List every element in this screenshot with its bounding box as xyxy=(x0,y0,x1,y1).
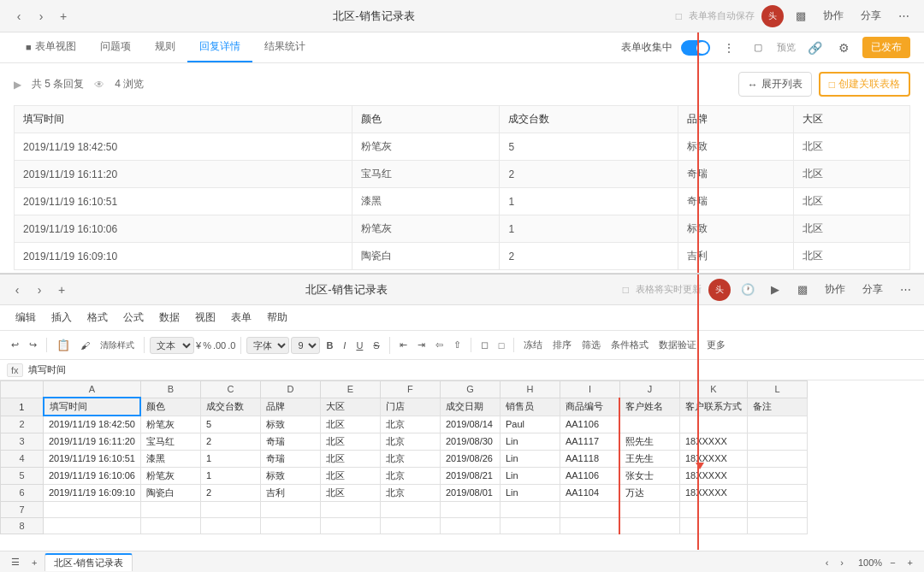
sheet-collab-button[interactable]: 协作 xyxy=(820,280,850,298)
cell-r2-c8[interactable]: Paul xyxy=(500,416,560,433)
formula-input[interactable] xyxy=(28,365,917,375)
settings-btn[interactable]: ⚙ xyxy=(833,38,854,58)
cell-r8-c9[interactable] xyxy=(560,517,619,534)
back-button[interactable]: ‹ xyxy=(10,8,27,25)
border-btn[interactable]: □ xyxy=(495,339,509,352)
cell-r4-c6[interactable]: 北京 xyxy=(380,450,440,467)
tab-result-stats[interactable]: 结果统计 xyxy=(252,32,317,62)
cell-r2-c12[interactable] xyxy=(747,416,807,433)
cell-r6-c1[interactable]: 2019/11/19 16:09:10 xyxy=(44,484,141,501)
align-center-btn[interactable]: ⇥ xyxy=(413,338,429,352)
text-format-select[interactable]: 文本 xyxy=(150,337,194,354)
sheet-history-btn[interactable]: 🕐 xyxy=(737,280,758,300)
format-painter-button[interactable]: 🖌 xyxy=(76,339,94,352)
cell-r7-c10[interactable] xyxy=(619,501,679,517)
bold-button[interactable]: B xyxy=(322,339,337,352)
cell-r2-c1[interactable]: 2019/11/19 18:42:50 xyxy=(44,416,141,433)
cell-r4-c2[interactable]: 漆黑 xyxy=(140,450,200,467)
cell-r1-c11[interactable]: 客户联系方式 xyxy=(679,398,747,416)
cell-r4-c7[interactable]: 2019/08/26 xyxy=(440,450,500,467)
cell-r1-c1[interactable]: 填写时间 xyxy=(44,398,141,416)
cell-r6-c2[interactable]: 陶瓷白 xyxy=(140,484,200,501)
more-button[interactable]: ⋯ xyxy=(893,6,914,27)
focus-toggle[interactable] xyxy=(681,40,710,56)
cell-r7-c8[interactable] xyxy=(500,501,560,517)
cell-r3-c7[interactable]: 2019/08/30 xyxy=(440,433,500,450)
cell-r5-c4[interactable]: 标致 xyxy=(260,467,320,484)
menu-insert[interactable]: 插入 xyxy=(44,308,79,327)
cell-r8-c12[interactable] xyxy=(747,517,807,534)
font-select[interactable]: 字体 xyxy=(246,337,289,354)
sheet-share-button[interactable]: 分享 xyxy=(857,280,888,298)
cell-r3-c4[interactable]: 奇瑞 xyxy=(260,433,320,450)
menu-view[interactable]: 视图 xyxy=(188,308,222,327)
menu-formula[interactable]: 公式 xyxy=(116,308,151,327)
redo-button[interactable]: ↪ xyxy=(25,338,41,352)
cell-r3-c10[interactable]: 熙先生 xyxy=(619,433,679,450)
cell-r1-c9[interactable]: 商品编号 xyxy=(560,398,619,416)
cell-r1-c3[interactable]: 成交台数 xyxy=(200,398,260,416)
cell-r6-c12[interactable] xyxy=(747,484,807,501)
menu-edit[interactable]: 编辑 xyxy=(9,308,43,327)
cell-r2-c7[interactable]: 2019/08/14 xyxy=(440,416,500,433)
cell-r2-c10[interactable] xyxy=(619,416,679,433)
cell-r7-c3[interactable] xyxy=(200,501,260,517)
spreadsheet-area[interactable]: ABCDEFGHIJKL1填写时间颜色成交台数品牌大区门店成交日期销售员商品编号… xyxy=(0,380,924,551)
cell-r1-c10[interactable]: 客户姓名 xyxy=(619,398,679,416)
strikethrough-button[interactable]: S xyxy=(369,339,383,352)
cell-r3-c2[interactable]: 宝马红 xyxy=(140,433,200,450)
cell-r6-c8[interactable]: Lin xyxy=(500,484,560,501)
cell-r7-c11[interactable] xyxy=(679,501,747,517)
cell-r2-c5[interactable]: 北区 xyxy=(320,416,380,433)
sheet-list-button[interactable]: ☰ xyxy=(7,555,24,569)
align-left-btn[interactable]: ⇤ xyxy=(395,338,412,352)
collab-button[interactable]: 协作 xyxy=(818,7,849,25)
validate-button[interactable]: 数据验证 xyxy=(654,337,701,353)
cell-r5-c6[interactable]: 北京 xyxy=(380,467,440,484)
sheet-more-button[interactable]: ⋯ xyxy=(895,280,915,300)
sort-button[interactable]: 排序 xyxy=(548,337,576,353)
clear-style-button[interactable]: 清除样式 xyxy=(96,338,139,353)
cell-r1-c7[interactable]: 成交日期 xyxy=(440,398,500,416)
cell-r6-c3[interactable]: 2 xyxy=(200,484,260,501)
cell-r1-c2[interactable]: 颜色 xyxy=(140,398,200,416)
zoom-plus-btn[interactable]: + xyxy=(903,556,917,569)
sheet-add-button[interactable]: + xyxy=(53,281,70,298)
cell-r2-c11[interactable] xyxy=(679,416,747,433)
menu-help[interactable]: 帮助 xyxy=(260,308,294,327)
grid-view-btn[interactable]: ⋮ xyxy=(719,38,739,58)
cell-r4-c11[interactable]: 18XXXXX xyxy=(679,450,747,467)
align-right-btn[interactable]: ⇦ xyxy=(431,338,447,352)
cell-r2-c9[interactable]: AA1106 xyxy=(560,416,619,433)
tab-form-view[interactable]: ■ 表单视图 xyxy=(14,32,88,62)
cell-r3-c1[interactable]: 2019/11/19 16:11:20 xyxy=(44,433,141,450)
cell-r7-c5[interactable] xyxy=(320,501,380,517)
cell-r8-c4[interactable] xyxy=(260,517,320,534)
sheet-play-btn[interactable]: ▶ xyxy=(765,280,785,300)
cell-r6-c5[interactable]: 北区 xyxy=(320,484,380,501)
sheet-tab-chevron-left[interactable]: ‹ xyxy=(821,556,833,569)
tab-reply-detail[interactable]: 回复详情 xyxy=(187,32,252,62)
cell-r1-c8[interactable]: 销售员 xyxy=(500,398,560,416)
align-top-btn[interactable]: ⇧ xyxy=(449,338,465,352)
sheet-add-sheet-button[interactable]: + xyxy=(27,556,41,569)
merge-btn[interactable]: ◻ xyxy=(477,338,493,352)
zoom-minus-btn[interactable]: − xyxy=(886,556,899,569)
cell-r7-c2[interactable] xyxy=(140,501,200,517)
cell-r7-c12[interactable] xyxy=(747,501,807,517)
cell-r8-c7[interactable] xyxy=(440,517,500,534)
cell-r3-c8[interactable]: Lin xyxy=(500,433,560,450)
cell-r8-c6[interactable] xyxy=(380,517,440,534)
italic-button[interactable]: I xyxy=(339,339,350,352)
video-icon-btn[interactable]: ▩ xyxy=(791,6,811,27)
freeze-button[interactable]: 冻结 xyxy=(519,337,547,353)
cell-r8-c8[interactable] xyxy=(500,517,560,534)
filter-button[interactable]: 筛选 xyxy=(578,337,605,353)
cell-r4-c8[interactable]: Lin xyxy=(500,450,560,467)
cell-r8-c11[interactable] xyxy=(679,517,747,534)
cell-r7-c9[interactable] xyxy=(560,501,619,517)
sheet-forward-button[interactable]: › xyxy=(31,281,48,298)
cell-r1-c12[interactable]: 备注 xyxy=(747,398,807,416)
cell-r2-c4[interactable]: 标致 xyxy=(260,416,320,433)
tab-question[interactable]: 问题项 xyxy=(88,32,143,62)
